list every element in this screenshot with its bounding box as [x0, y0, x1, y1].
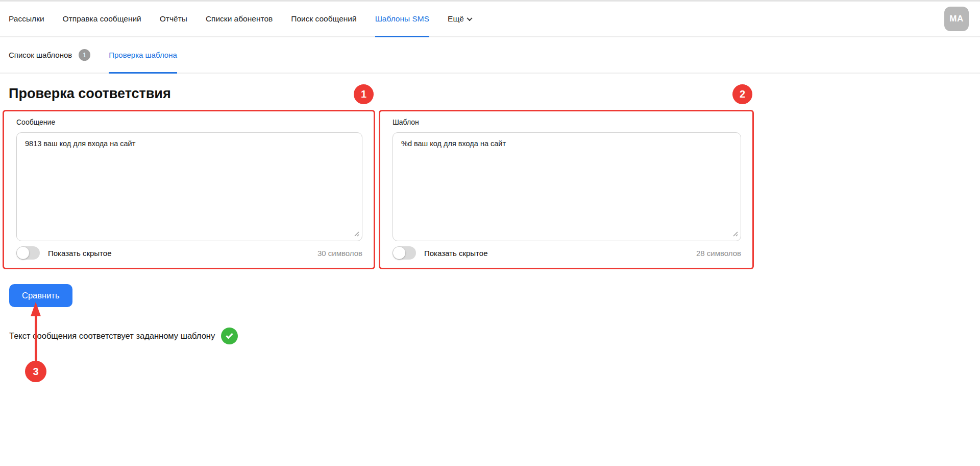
nav-more-label: Ещё	[448, 14, 464, 24]
main-nav: Рассылки Отправка сообщений Отчёты Списк…	[9, 2, 472, 36]
tab-template-list[interactable]: Список шаблонов 1	[9, 37, 90, 73]
char-count: 30 символов	[317, 249, 362, 258]
message-panel: Сообщение 9813 ваш код для входа на сайт…	[3, 110, 375, 269]
result-text: Текст сообщения соответствует заданному …	[9, 331, 215, 341]
avatar[interactable]: МА	[944, 7, 969, 31]
show-hidden-label: Показать скрытое	[48, 249, 112, 258]
nav-item-otchety[interactable]: Отчёты	[160, 2, 187, 36]
resize-handle-icon[interactable]	[732, 230, 738, 237]
template-count-badge: 1	[79, 49, 90, 61]
template-subnav: Список шаблонов 1 Проверка шаблона	[0, 37, 980, 74]
tab-template-list-label: Список шаблонов	[9, 51, 72, 59]
annotation-badge-3: 3	[25, 361, 46, 382]
template-textarea[interactable]: %d ваш код для входа на сайт	[393, 132, 741, 241]
compare-button[interactable]: Сравнить	[9, 284, 72, 307]
compare-panels: Сообщение 9813 ваш код для входа на сайт…	[3, 110, 980, 269]
nav-item-shablony-sms[interactable]: Шаблоны SMS	[375, 2, 429, 36]
nav-item-spiski[interactable]: Списки абонентов	[206, 2, 273, 36]
chevron-down-icon	[467, 15, 472, 21]
check-icon	[221, 328, 238, 344]
nav-item-otpravka[interactable]: Отправка сообщений	[63, 2, 141, 36]
result-row: Текст сообщения соответствует заданному …	[9, 328, 980, 344]
nav-item-rassylki[interactable]: Рассылки	[9, 2, 44, 36]
message-textarea[interactable]: 9813 ваш код для входа на сайт	[16, 132, 362, 241]
resize-handle-icon[interactable]	[353, 230, 359, 237]
template-panel: Шаблон %d ваш код для входа на сайт Пока…	[379, 110, 754, 269]
show-hidden-toggle[interactable]	[16, 246, 40, 260]
char-count: 28 символов	[696, 249, 741, 258]
show-hidden-label: Показать скрытое	[424, 249, 488, 258]
tab-template-check-label: Проверка шаблона	[109, 51, 177, 59]
show-hidden-toggle[interactable]	[393, 246, 416, 260]
toggle-knob	[393, 247, 405, 259]
message-label: Сообщение	[16, 118, 362, 126]
page-title: Проверка соответствия	[9, 86, 980, 102]
top-header: Рассылки Отправка сообщений Отчёты Списк…	[0, 2, 980, 37]
toggle-knob	[17, 247, 29, 259]
template-label: Шаблон	[393, 118, 741, 126]
tab-template-check[interactable]: Проверка шаблона	[109, 37, 177, 73]
nav-item-poisk[interactable]: Поиск сообщений	[291, 2, 356, 36]
nav-item-more[interactable]: Ещё	[448, 2, 472, 36]
